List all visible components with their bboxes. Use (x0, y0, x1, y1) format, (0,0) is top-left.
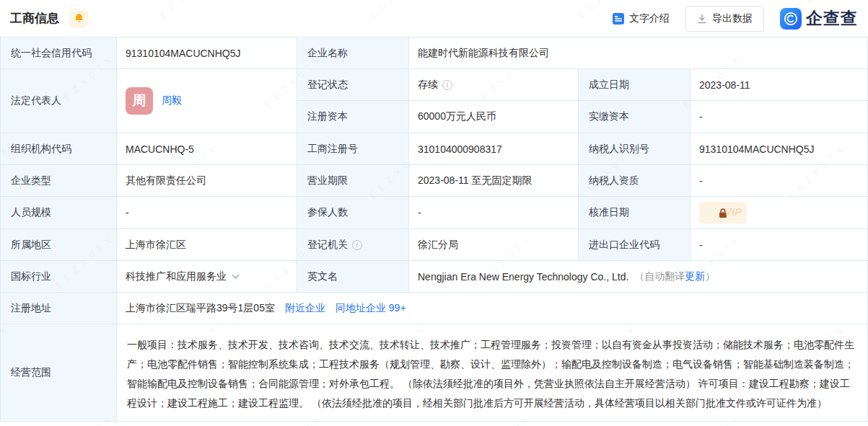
translate-update-link[interactable]: 更新 (685, 270, 705, 283)
label-industry: 国标行业 (1, 261, 117, 293)
value-insured-count: - (409, 197, 579, 229)
value-paid-capital: - (691, 101, 868, 133)
value-english-name: Nengjian Era New Energy Technology Co., … (409, 261, 868, 293)
value-approval-date: VIP (691, 197, 868, 229)
reg-status-text: 存续 (418, 79, 438, 92)
label-reg-status: 登记状态 (297, 69, 409, 101)
export-data-button[interactable]: 导出数据 (685, 6, 764, 32)
same-address-companies-link[interactable]: 同地址企业 99+ (336, 302, 406, 315)
bell-icon[interactable] (69, 9, 88, 28)
label-reg-address: 注册地址 (1, 293, 117, 324)
vip-locked-value[interactable]: VIP (699, 202, 747, 223)
label-taxpayer-id: 纳税人识别号 (579, 133, 691, 165)
legal-rep-name-link[interactable]: 周毅 (162, 94, 182, 107)
info-icon[interactable]: i (442, 80, 452, 90)
nearby-companies-link[interactable]: 附近企业 (285, 302, 325, 315)
label-legal-rep: 法定代表人 (1, 69, 117, 133)
value-biz-reg-no: 310104000908317 (409, 133, 579, 165)
text-intro-label: 文字介绍 (629, 12, 670, 25)
value-org-code: MACUCNHQ-5 (117, 133, 297, 165)
business-info-page: 工商信息 文字介绍 导出数据 (0, 0, 868, 426)
label-insured-count: 参保人数 (297, 197, 409, 229)
auto-translate-note-close: ） (705, 270, 715, 283)
label-approval-date: 核准日期 (579, 197, 691, 229)
value-biz-scope: 一般项目：技术服务、技术开发、技术咨询、技术交流、技术转让、技术推广；工程管理服… (117, 324, 868, 422)
value-reg-authority: 徐汇分局 (409, 229, 579, 261)
chevron-down-icon[interactable] (232, 272, 240, 279)
label-paid-capital: 实缴资本 (579, 101, 691, 133)
value-establish-date: 2023-08-11 (691, 69, 868, 101)
brand-icon (780, 8, 802, 30)
label-establish-date: 成立日期 (579, 69, 691, 101)
legal-rep-avatar[interactable]: 周 (126, 87, 153, 115)
label-company-name: 企业名称 (297, 37, 409, 69)
label-company-type: 企业类型 (1, 165, 117, 197)
reg-address-text: 上海市徐汇区瑞平路39号1层05室 (126, 302, 275, 315)
value-reg-address: 上海市徐汇区瑞平路39号1层05室 附近企业 同地址企业 99+ (117, 293, 868, 324)
value-company-type: 其他有限责任公司 (117, 165, 297, 197)
value-legal-rep: 周 周毅 (117, 69, 297, 133)
brand-logo[interactable]: 企查查 (780, 7, 858, 30)
download-icon (697, 14, 707, 24)
label-taxpayer-qual: 纳税人资质 (579, 165, 691, 197)
label-english-name: 英文名 (297, 261, 409, 293)
label-biz-scope: 经营范围 (1, 324, 117, 422)
text-intro-button[interactable]: 文字介绍 (613, 12, 670, 25)
value-biz-term: 2023-08-11 至无固定期限 (409, 165, 579, 197)
value-staff-size: - (117, 197, 297, 229)
industry-text: 科技推广和应用服务业 (126, 270, 227, 283)
value-reg-capital: 60000万元人民币 (409, 101, 579, 133)
auto-translate-note: （自动翻译 (634, 270, 685, 283)
value-import-export-code: - (691, 229, 868, 261)
value-credit-code: 91310104MACUCNHQ5J (117, 37, 297, 69)
lock-icon (718, 208, 728, 218)
value-taxpayer-id: 91310104MACUCNHQ5J (691, 133, 868, 165)
section-header: 工商信息 文字介绍 导出数据 (0, 0, 868, 37)
brand-name: 企查查 (806, 7, 858, 30)
page-title: 工商信息 (10, 10, 59, 27)
label-reg-capital: 注册资本 (297, 101, 409, 133)
label-staff-size: 人员规模 (1, 197, 117, 229)
english-name-text: Nengjian Era New Energy Technology Co., … (418, 271, 628, 283)
label-biz-reg-no: 工商注册号 (297, 133, 409, 165)
label-credit-code: 统一社会信用代码 (1, 37, 117, 69)
label-region: 所属地区 (1, 229, 117, 261)
text-intro-icon (613, 13, 624, 25)
value-taxpayer-qual: - (691, 165, 868, 197)
reg-authority-label-text: 登记机关 (307, 239, 348, 252)
business-info-table: 统一社会信用代码 91310104MACUCNHQ5J 企业名称 能建时代新能源… (0, 37, 868, 422)
value-company-name: 能建时代新能源科技有限公司 (409, 37, 868, 69)
value-reg-status: 存续 i (409, 69, 579, 101)
value-region: 上海市徐汇区 (117, 229, 297, 261)
export-data-label: 导出数据 (712, 12, 753, 25)
label-import-export-code: 进出口企业代码 (579, 229, 691, 261)
label-org-code: 组织机构代码 (1, 133, 117, 165)
info-icon[interactable]: i (352, 240, 362, 250)
label-biz-term: 营业期限 (297, 165, 409, 197)
value-industry: 科技推广和应用服务业 (117, 261, 297, 293)
label-reg-authority: 登记机关 i (297, 229, 409, 261)
